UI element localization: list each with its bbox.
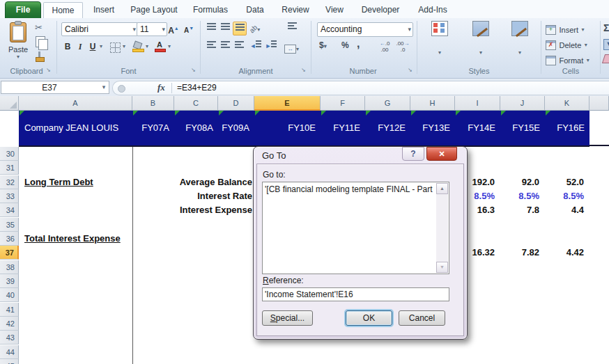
underline-dropdown-icon[interactable] bbox=[98, 40, 105, 53]
row-header[interactable]: 32 bbox=[0, 175, 19, 189]
delete-cells-button[interactable]: ✗ Delete bbox=[546, 38, 587, 49]
formula-input[interactable]: =E34+E29 bbox=[177, 81, 217, 95]
tab-review[interactable]: Review bbox=[276, 2, 315, 18]
column-header[interactable]: I bbox=[455, 96, 500, 111]
borders-button[interactable] bbox=[110, 42, 121, 53]
fill-button[interactable]: ▼ bbox=[603, 39, 609, 50]
insert-function-button[interactable]: fx bbox=[157, 82, 165, 93]
alignment-dialog-launcher[interactable]: ↘ bbox=[301, 67, 308, 74]
cell-line-item-label[interactable]: Interest Expense bbox=[132, 203, 252, 217]
row-header[interactable]: 35 bbox=[0, 218, 19, 232]
decrease-decimal-button[interactable]: .00→.0 bbox=[394, 40, 411, 53]
font-color-button[interactable]: A bbox=[155, 41, 164, 51]
goto-list-item[interactable]: '[CB financial modeling template FINAL -… bbox=[265, 184, 435, 195]
row-header[interactable]: 38 bbox=[0, 260, 19, 274]
cell-year[interactable]: FY16E bbox=[545, 111, 589, 145]
fill-color-button[interactable] bbox=[132, 41, 143, 51]
help-button[interactable]: ? bbox=[402, 147, 424, 161]
tab-formulas[interactable]: Formulas bbox=[185, 2, 236, 18]
cell-long-term-debt[interactable]: Long Term Debt bbox=[24, 175, 93, 189]
column-header[interactable]: H bbox=[410, 96, 455, 111]
column-header[interactable]: B bbox=[132, 96, 174, 111]
close-button[interactable]: ✕ bbox=[426, 147, 457, 161]
align-center-button[interactable] bbox=[219, 40, 231, 52]
conditional-formatting-button[interactable] bbox=[419, 21, 460, 64]
orientation-button[interactable]: ab bbox=[249, 22, 266, 34]
font-dialog-launcher[interactable]: ↘ bbox=[191, 67, 198, 74]
row-header[interactable]: 43 bbox=[0, 331, 19, 345]
copy-button[interactable] bbox=[36, 36, 45, 47]
cell-line-item-label[interactable]: Interest Rate bbox=[132, 189, 252, 203]
column-header[interactable]: F bbox=[321, 96, 365, 111]
select-all-button[interactable] bbox=[0, 96, 19, 111]
merge-center-button[interactable]: ↔ bbox=[284, 41, 302, 52]
fill-color-dropdown-icon[interactable] bbox=[144, 40, 151, 53]
column-header[interactable]: G bbox=[365, 96, 410, 111]
bottom-align-button[interactable] bbox=[233, 22, 247, 35]
cell-year[interactable]: FY15E bbox=[500, 111, 545, 145]
cut-button[interactable]: ✂ bbox=[35, 22, 49, 33]
cell-value[interactable]: 92.0 bbox=[500, 175, 545, 189]
cell-year[interactable]: FY07A bbox=[132, 111, 174, 145]
cell-year[interactable]: FY11E bbox=[321, 111, 365, 145]
cell-year[interactable]: FY10E bbox=[254, 111, 321, 145]
column-header-selected[interactable]: E bbox=[254, 96, 321, 111]
scroll-up-icon[interactable]: ▲ bbox=[436, 183, 448, 194]
font-name-combo[interactable]: Calibri bbox=[61, 22, 138, 36]
cancel-button[interactable]: Cancel bbox=[399, 310, 445, 326]
header-row-band[interactable]: Company JEAN LOUIS FY07A FY08A FY09A FY1… bbox=[19, 111, 589, 147]
shrink-font-button[interactable]: A▼ bbox=[183, 22, 195, 35]
row-header[interactable]: 36 bbox=[0, 232, 19, 246]
borders-dropdown-icon[interactable] bbox=[121, 40, 128, 53]
increase-decimal-button[interactable]: ←.0.00 bbox=[376, 40, 393, 53]
font-size-combo[interactable]: 11 bbox=[137, 22, 167, 36]
name-box-grip-icon[interactable] bbox=[118, 85, 125, 93]
align-right-button[interactable] bbox=[233, 40, 245, 52]
paste-button[interactable]: Paste bbox=[4, 22, 32, 64]
tab-file[interactable]: File bbox=[5, 1, 41, 19]
tab-data[interactable]: Data bbox=[238, 2, 272, 18]
cell-total-interest-expense[interactable]: Total Interest Expense bbox=[24, 232, 121, 246]
bold-button[interactable]: B bbox=[61, 40, 74, 53]
row-header-selected[interactable]: 37 bbox=[0, 246, 19, 260]
row-header[interactable]: 30 bbox=[0, 147, 19, 161]
cell-value-input[interactable]: 8.5% bbox=[500, 189, 545, 203]
decrease-indent-button[interactable]: ◄ bbox=[249, 40, 262, 52]
row-header[interactable]: 31 bbox=[0, 161, 19, 175]
number-format-combo[interactable]: Accounting bbox=[317, 22, 413, 37]
tab-home[interactable]: Home bbox=[43, 2, 83, 19]
name-box-dropdown-icon[interactable]: ▾ bbox=[99, 81, 109, 94]
align-left-button[interactable] bbox=[205, 40, 217, 52]
tab-add-ins[interactable]: Add-Ins bbox=[411, 2, 454, 18]
format-as-table-button[interactable] bbox=[461, 21, 500, 64]
cell-value[interactable]: 52.0 bbox=[545, 175, 589, 189]
cell-value[interactable]: 7.8 bbox=[500, 203, 545, 217]
row-header[interactable]: 34 bbox=[0, 203, 19, 217]
cell-year[interactable]: FY08A bbox=[174, 111, 218, 145]
cell-year[interactable]: FY12E bbox=[365, 111, 410, 145]
accounting-format-button[interactable]: $ bbox=[319, 40, 337, 53]
column-header[interactable]: A bbox=[19, 96, 132, 111]
column-header[interactable]: D bbox=[218, 96, 254, 111]
tab-page-layout[interactable]: Page Layout bbox=[125, 2, 183, 18]
cell-a1-company[interactable]: Company JEAN LOUIS bbox=[19, 111, 132, 145]
column-header[interactable]: K bbox=[545, 96, 589, 111]
percent-style-button[interactable]: % bbox=[341, 40, 354, 53]
format-painter-button[interactable] bbox=[35, 52, 45, 61]
cell-year[interactable]: FY09A bbox=[218, 111, 254, 145]
column-header[interactable]: J bbox=[500, 96, 545, 111]
font-color-dropdown-icon[interactable] bbox=[166, 40, 173, 53]
cell-styles-button[interactable] bbox=[502, 21, 538, 64]
row-header[interactable]: 45 bbox=[0, 359, 19, 364]
cell-total-value[interactable]: 4.42 bbox=[545, 246, 589, 260]
cell-value[interactable]: 4.4 bbox=[545, 203, 589, 217]
cell-value-input[interactable]: 8.5% bbox=[545, 189, 589, 203]
clipboard-dialog-launcher[interactable]: ↘ bbox=[46, 67, 53, 74]
comma-style-button[interactable]: , bbox=[357, 38, 365, 50]
scroll-down-icon[interactable]: ▼ bbox=[436, 262, 448, 273]
listbox-scrollbar[interactable]: ▲ ▼ bbox=[436, 183, 448, 273]
clear-button[interactable] bbox=[602, 54, 609, 63]
column-header-partial[interactable] bbox=[589, 96, 609, 111]
cell-line-item-label[interactable]: Average Balance bbox=[132, 175, 252, 189]
cell-total-value[interactable]: 7.82 bbox=[500, 246, 545, 260]
